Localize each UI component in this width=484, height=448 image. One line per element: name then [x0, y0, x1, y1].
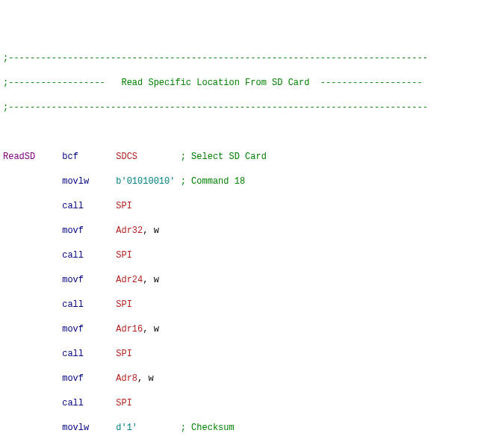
punct: ,	[143, 225, 153, 236]
identifier: SPI	[116, 201, 132, 211]
identifier: Adr32	[116, 225, 143, 236]
reg-w: w	[154, 275, 159, 285]
mnemonic: call	[62, 349, 84, 359]
mnemonic: movf	[62, 225, 84, 236]
identifier: SDCS	[116, 152, 137, 162]
comment: ; Command 18	[181, 176, 245, 187]
code-line: call SPI	[3, 397, 481, 410]
comment: ; Checksum	[181, 423, 235, 433]
code-line: call SPI	[3, 299, 481, 311]
reg-w: w	[154, 324, 159, 335]
identifier: SPI	[116, 349, 132, 359]
blank-line	[3, 126, 481, 139]
identifier: SPI	[116, 299, 132, 310]
literal: b'01010010'	[116, 176, 175, 187]
reg-w: w	[154, 225, 159, 236]
identifier: Adr8	[116, 373, 137, 384]
comment-divider-bottom: ;---------------------------------------…	[3, 102, 481, 114]
mnemonic: call	[62, 398, 84, 408]
comment: ; Select SD Card	[181, 152, 267, 162]
reg-w: w	[148, 373, 153, 384]
identifier: SPI	[116, 250, 132, 261]
mnemonic: movlw	[62, 176, 89, 187]
punct: ,	[137, 373, 148, 384]
code-line: movf Adr8, w	[3, 373, 481, 385]
mnemonic: movf	[62, 275, 84, 285]
punct: ,	[143, 324, 153, 335]
code-line: movlw b'01010010' ; Command 18	[3, 175, 481, 188]
code-line: ReadSD bcf SDCS ; Select SD Card	[3, 151, 481, 164]
identifier: Adr24	[116, 275, 143, 285]
mnemonic: movf	[62, 373, 84, 384]
code-line: movf Adr24, w	[3, 274, 481, 287]
comment-title: ;------------------ Read Specific Locati…	[3, 77, 481, 90]
literal: d'1'	[116, 423, 137, 433]
mnemonic: movf	[62, 324, 84, 335]
punct: ,	[143, 275, 153, 285]
identifier: Adr16	[116, 324, 143, 335]
code-line: call SPI	[3, 200, 481, 213]
comment-divider-top: ;---------------------------------------…	[3, 52, 481, 65]
code-line: movf Adr32, w	[3, 225, 481, 237]
code-line: movlw d'1' ; Checksum	[3, 422, 481, 435]
code-line: call SPI	[3, 249, 481, 262]
identifier: SPI	[116, 398, 132, 408]
code-line: movf Adr16, w	[3, 323, 481, 336]
label-readsd: ReadSD	[3, 152, 35, 162]
mnemonic: bcf	[62, 152, 78, 162]
mnemonic: call	[62, 299, 84, 310]
mnemonic: call	[62, 250, 84, 261]
mnemonic: call	[62, 201, 84, 211]
mnemonic: movlw	[62, 423, 89, 433]
code-line: call SPI	[3, 348, 481, 361]
